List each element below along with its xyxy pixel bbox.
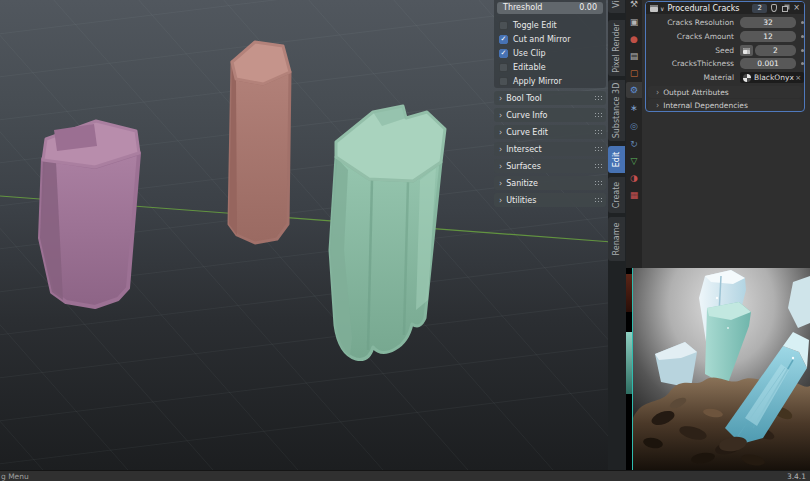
checkbox-box: ✓	[499, 63, 508, 72]
crystal-salmon[interactable]	[229, 42, 290, 243]
material-selector[interactable]: BlackOnyx ×	[740, 72, 804, 83]
animate-dot-icon[interactable]	[801, 21, 804, 24]
status-bar: g Menu 3.4.1	[0, 470, 810, 481]
checkbox-toggle-edit[interactable]: ✓ Toggle Edit	[499, 19, 603, 31]
chevron-right-icon: ›	[499, 111, 502, 120]
fake-user-shield-icon[interactable]	[771, 4, 777, 12]
panel-section-bool-tool[interactable]: › Bool Tool	[494, 91, 606, 105]
material-properties-icon[interactable]: ◑	[626, 170, 642, 186]
checkbox-box: ✓	[499, 49, 508, 58]
checkbox-box: ✓	[499, 35, 508, 44]
cracks-amount-field[interactable]: 12	[740, 31, 796, 42]
view-layer-properties-icon[interactable]: ▤	[626, 48, 642, 64]
object-properties-icon[interactable]: ▢	[626, 65, 642, 81]
chevron-right-icon: ›	[656, 88, 659, 97]
chevron-down-icon[interactable]: ∨	[660, 5, 664, 12]
output-properties-icon[interactable]: ●	[626, 31, 642, 47]
panel-section-curve-edit[interactable]: › Curve Edit	[494, 125, 606, 139]
users-count-badge: 2	[752, 4, 767, 13]
checkbox-cut-and-mirror[interactable]: ✓ Cut and Mirror	[499, 33, 603, 45]
material-row: Material BlackOnyx ×	[646, 72, 804, 83]
properties-tab-column: ⚒ ▣ ● ▤ ▢ ⚙ ∗ ◎ ↻ ▽ ◑ ▦	[626, 0, 642, 268]
check-icon: ✓	[501, 36, 507, 43]
checkbox-box: ✓	[499, 21, 508, 30]
geometry-nodes-icon	[650, 5, 658, 12]
field-row: Seed 2	[646, 45, 804, 56]
chevron-right-icon: ›	[499, 196, 502, 205]
blender-version: 3.4.1	[787, 472, 806, 481]
field-label: Cracks Resolution	[650, 18, 740, 27]
checkbox-use-clip[interactable]: ✓ Use Clip	[499, 47, 603, 59]
tab-edit[interactable]: Edit	[608, 146, 625, 173]
field-label: CracksThickness	[650, 59, 740, 68]
drag-grip-icon[interactable]	[594, 146, 602, 152]
animate-dot-icon[interactable]	[801, 35, 804, 38]
checkbox-editable[interactable]: ✓ Editable	[499, 61, 603, 73]
3d-viewport[interactable]: Threshold 0.00 ✓ Toggle Edit ✓ Cut and M…	[0, 0, 626, 470]
extras-menu-icon[interactable]	[782, 6, 788, 12]
drag-grip-icon[interactable]	[594, 112, 602, 118]
reference-image-editor[interactable]	[626, 268, 810, 470]
seed-input-toggle-icon[interactable]	[740, 45, 753, 56]
seed-field[interactable]: 2	[755, 45, 796, 56]
tool-icon[interactable]: ⚒	[626, 0, 642, 12]
chevron-right-icon: ›	[499, 94, 502, 103]
subpanel-output-attributes[interactable]: › Output Attributes	[648, 86, 802, 98]
close-icon[interactable]: ×	[793, 4, 800, 12]
panel-section-sanitize[interactable]: › Sanitize	[494, 176, 606, 190]
animate-dot-icon[interactable]	[801, 49, 804, 52]
texture-properties-icon[interactable]: ▦	[626, 187, 642, 203]
checkbox-box: ✓	[499, 77, 508, 86]
tab-view[interactable]: View	[608, 0, 625, 13]
drag-grip-icon[interactable]	[594, 197, 602, 203]
clear-material-icon[interactable]: ×	[795, 74, 801, 82]
threshold-slider[interactable]: Threshold 0.00	[497, 2, 603, 14]
field-label: Material	[650, 73, 740, 82]
checkbox-apply-mirror[interactable]: ✓ Apply Mirror	[499, 75, 603, 87]
aquamarine-reference-photo	[633, 268, 810, 470]
modifier-panel-procedural-cracks: ∨ Procedural Cracks 2 × Cracks Resolutio…	[645, 1, 805, 112]
physics-properties-icon[interactable]: ◎	[626, 118, 642, 134]
panel-section-curve-info[interactable]: › Curve Info	[494, 108, 606, 122]
object-data-properties-icon[interactable]: ▽	[626, 153, 642, 169]
chevron-right-icon: ›	[499, 179, 502, 188]
drag-grip-icon[interactable]	[594, 163, 602, 169]
cracks-resolution-field[interactable]: 32	[740, 17, 796, 28]
properties-editor: ⚒ ▣ ● ▤ ▢ ⚙ ∗ ◎ ↻ ▽ ◑ ▦ ∨ Procedural Cra…	[626, 0, 810, 268]
chevron-right-icon: ›	[499, 162, 502, 171]
field-row: Cracks Amount 12	[646, 31, 804, 42]
constraint-properties-icon[interactable]: ↻	[626, 136, 642, 152]
field-label: Cracks Amount	[650, 32, 740, 41]
drag-grip-icon[interactable]	[594, 95, 602, 101]
chevron-right-icon: ›	[499, 145, 502, 154]
animate-dot-icon[interactable]	[801, 62, 804, 65]
threshold-label: Threshold	[503, 2, 542, 14]
material-sphere-icon	[743, 74, 751, 82]
field-row: CracksThickness 0.001	[646, 58, 804, 69]
threshold-value: 0.00	[579, 2, 597, 14]
chevron-right-icon: ›	[656, 101, 659, 110]
subpanel-internal-dependencies[interactable]: › Internal Dependencies	[648, 99, 802, 111]
panel-section-intersect[interactable]: › Intersect	[494, 142, 606, 156]
render-properties-icon[interactable]: ▣	[626, 14, 642, 30]
panel-section-surfaces[interactable]: › Surfaces	[494, 159, 606, 173]
crystal-purple[interactable]	[40, 121, 139, 307]
panel-section-utilities[interactable]: › Utilities	[494, 193, 606, 207]
drag-grip-icon[interactable]	[594, 129, 602, 135]
cracks-thickness-field[interactable]: 0.001	[740, 58, 796, 69]
tab-substance-3d[interactable]: Substance 3D	[608, 80, 625, 141]
chevron-right-icon: ›	[499, 128, 502, 137]
tab-pixel-render[interactable]: Pixel Render	[608, 20, 625, 76]
tab-create[interactable]: Create	[608, 177, 625, 213]
status-left-text: g Menu	[1, 472, 29, 481]
crystal-teal[interactable]	[330, 106, 445, 360]
check-icon: ✓	[501, 50, 507, 57]
field-label: Seed	[650, 46, 740, 55]
modifier-title: Procedural Cracks	[667, 4, 752, 13]
modifier-properties-icon[interactable]: ⚙	[626, 82, 642, 98]
tab-rename[interactable]: Rename	[608, 217, 625, 261]
particle-properties-icon[interactable]: ∗	[626, 100, 642, 116]
drag-grip-icon[interactable]	[594, 180, 602, 186]
modifier-header[interactable]: ∨ Procedural Cracks 2 ×	[646, 2, 804, 14]
field-row: Cracks Resolution 32	[646, 17, 804, 28]
